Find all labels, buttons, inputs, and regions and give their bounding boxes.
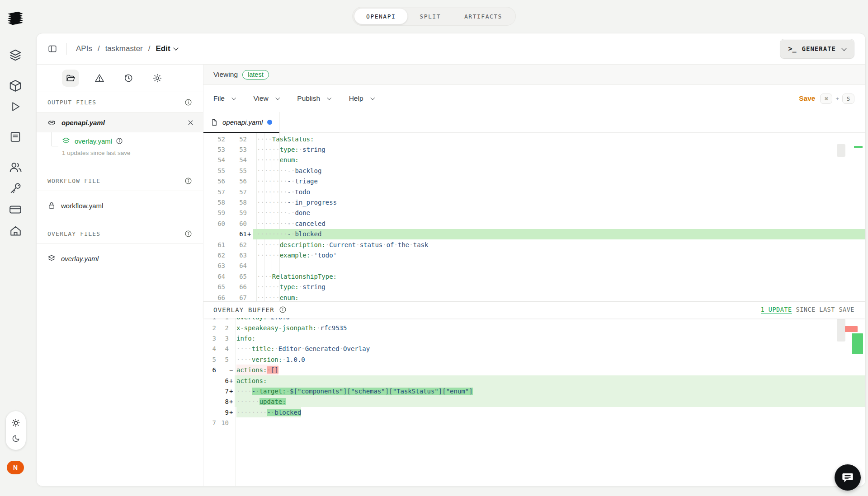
plus-separator: + [835, 95, 839, 102]
code-line: 5555········-·backlog [203, 165, 865, 176]
header-divider [66, 43, 67, 55]
chat-bubble-icon [841, 471, 854, 484]
code-line: 710 [203, 417, 865, 428]
breadcrumb-edit-dropdown[interactable]: Edit [156, 44, 178, 53]
left-icon-rail: N [0, 0, 36, 496]
code-line: 6263······example:·'todo' [203, 250, 865, 260]
link-icon [47, 118, 56, 127]
chevron-down-icon [173, 45, 178, 50]
file-row-workflow[interactable]: workflow.yaml [37, 196, 203, 215]
save-button[interactable]: Save [799, 94, 815, 103]
save-zone: Save ⌘ + S [799, 94, 854, 104]
file-name: openapi.yaml [61, 119, 105, 126]
files-tool-button[interactable] [62, 70, 79, 87]
user-avatar[interactable]: N [7, 461, 24, 474]
overlay-buffer-code-pane[interactable]: 11overlay:·2.0.022x-speakeasy-jsonpath:·… [203, 318, 865, 487]
scrollbar-thumb[interactable] [837, 144, 845, 157]
theme-toggle[interactable] [6, 411, 26, 450]
close-icon[interactable] [187, 119, 194, 126]
update-count-link[interactable]: 1 UPDATE [761, 306, 792, 314]
light-mode-sun-icon[interactable] [11, 418, 20, 427]
terminal-prompt-icon: >_ [788, 45, 797, 53]
code-line: 6465····RelationshipType: [203, 271, 865, 281]
chevron-down-icon [841, 46, 846, 51]
info-icon[interactable] [184, 177, 192, 185]
code-line: 5353······type:·string [203, 144, 865, 154]
editor-column: Viewing latest File View Publish Help Sa… [203, 65, 865, 486]
section-overlay-files: OVERLAY FILES [37, 224, 203, 243]
code-line: 9+········-·blocked [203, 407, 865, 417]
chat-support-button[interactable] [835, 464, 861, 491]
package-nav-icon[interactable] [7, 78, 24, 94]
code-line: 33info: [203, 333, 865, 343]
file-name: workflow.yaml [61, 202, 103, 210]
docs-nav-icon[interactable] [7, 129, 24, 145]
menu-view[interactable]: View [253, 94, 279, 103]
generate-button[interactable]: >_ GENERATE [780, 39, 855, 59]
code-line: 44····title:·Editor·Generated·Overlay [203, 344, 865, 354]
info-icon[interactable] [116, 137, 123, 145]
file-panel-toolbar [37, 65, 203, 92]
editor-menubar: File View Publish Help Save ⌘ + S [203, 85, 865, 112]
file-row-overlay[interactable]: overlay.yaml [37, 248, 203, 268]
layers-nav-icon[interactable] [7, 47, 24, 63]
tab-openapi[interactable]: OPENAPI [354, 8, 408, 24]
openapi-subtree: overlay.yaml 1 updates since last save [37, 132, 203, 163]
code-line: 11overlay:·2.0.0 [203, 318, 865, 323]
menu-publish[interactable]: Publish [297, 94, 330, 103]
chevron-down-icon [232, 96, 236, 100]
breadcrumb-sep: / [98, 44, 100, 53]
tab-file-name: openapi.yaml [222, 118, 263, 126]
menu-file[interactable]: File [213, 94, 235, 103]
tab-artifacts[interactable]: ARTIFACTS [453, 8, 514, 24]
layers-icon [47, 254, 56, 262]
code-line: 6667······enum: [203, 292, 865, 301]
dark-mode-moon-icon[interactable] [12, 434, 20, 443]
users-nav-icon[interactable] [7, 159, 24, 175]
section-output-files: OUTPUT FILES [37, 92, 203, 112]
s-key-badge: S [842, 94, 854, 104]
overlay-buffer-header: OVERLAY BUFFER 1 UPDATE SINCE LAST SAVE [203, 301, 865, 318]
code-line: 5757········-·todo [203, 187, 865, 197]
file-row-overlay-child[interactable]: overlay.yaml [37, 133, 203, 149]
app-logo-icon[interactable] [7, 10, 24, 27]
home-nav-icon[interactable] [7, 223, 24, 239]
code-line: 6364 [203, 261, 865, 271]
viewing-label: Viewing [213, 70, 238, 79]
code-line: 8+······update: [203, 397, 865, 407]
file-name: overlay.yaml [61, 255, 99, 262]
code-line: 5959········-·done [203, 208, 865, 218]
chevron-down-icon [275, 96, 279, 100]
info-icon[interactable] [184, 98, 192, 106]
overlay-buffer-status: 1 UPDATE SINCE LAST SAVE [761, 306, 854, 314]
file-row-openapi[interactable]: openapi.yaml [37, 112, 203, 132]
history-tool-button[interactable] [120, 70, 137, 87]
card-header: APIs / taskmaster / Edit >_ GENERATE [37, 33, 865, 65]
info-icon[interactable] [184, 230, 192, 238]
sidebar-toggle-icon[interactable] [47, 44, 57, 54]
api-keys-nav-icon[interactable] [7, 180, 24, 197]
main-card: APIs / taskmaster / Edit >_ GENERATE [36, 33, 866, 487]
run-nav-icon[interactable] [7, 98, 24, 115]
breadcrumb-apis[interactable]: APIs [76, 44, 92, 53]
diff-ruler-add-mark [854, 146, 863, 148]
tab-split[interactable]: SPLIT [408, 8, 453, 24]
openapi-code-lines: 5252····TaskStatus:5353······type:·strin… [203, 133, 865, 301]
file-icon [211, 118, 218, 126]
info-icon[interactable] [279, 306, 287, 314]
menu-help[interactable]: Help [349, 94, 374, 103]
openapi-code-pane[interactable]: 5252····TaskStatus:5353······type:·strin… [203, 133, 865, 301]
breadcrumb-taskmaster[interactable]: taskmaster [105, 44, 143, 53]
settings-tool-button[interactable] [149, 70, 166, 87]
version-badge[interactable]: latest [242, 70, 269, 80]
code-line: 7+····-·target:·$["components"]["schemas… [203, 386, 865, 396]
billing-nav-icon[interactable] [7, 201, 24, 218]
editor-tab-openapi[interactable]: openapi.yaml [203, 112, 280, 132]
cmd-key-badge: ⌘ [820, 94, 832, 104]
code-line: 5656········-·triage [203, 176, 865, 187]
diff-ruler-del-mark [845, 326, 858, 332]
code-line: 6+actions: [203, 375, 865, 386]
code-line: 22x-speakeasy-jsonpath:·rfc9535 [203, 323, 865, 333]
warnings-tool-button[interactable] [91, 70, 108, 87]
scrollbar-thumb[interactable] [837, 319, 845, 342]
